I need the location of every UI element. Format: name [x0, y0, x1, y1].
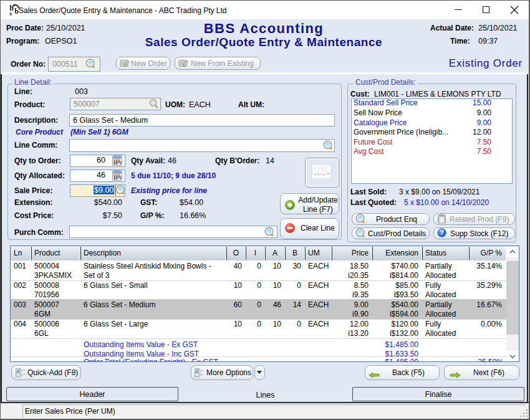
svg-text:?: ?	[440, 229, 443, 236]
svg-text:s: s	[9, 11, 12, 17]
